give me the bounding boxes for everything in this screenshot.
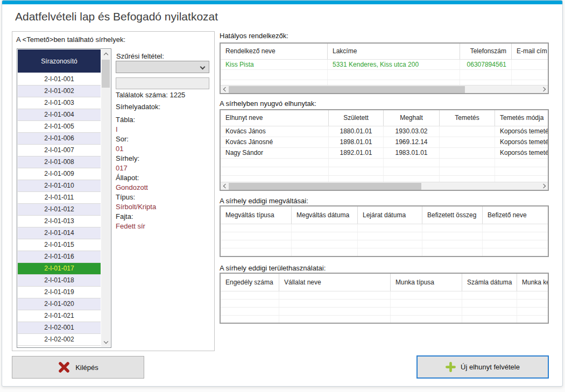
table-cell[interactable] bbox=[391, 308, 462, 315]
horizontal-scrollbar[interactable] bbox=[221, 85, 548, 93]
table-cell[interactable] bbox=[221, 70, 328, 80]
list-item[interactable]: 2-I-01-012 bbox=[18, 204, 101, 216]
list-item[interactable]: 2-I-01-013 bbox=[18, 216, 101, 227]
scroll-thumb[interactable] bbox=[229, 86, 465, 93]
table-cell[interactable] bbox=[221, 248, 292, 256]
column-header[interactable]: Vállalat neve bbox=[279, 274, 391, 291]
table-cell[interactable] bbox=[329, 167, 384, 175]
table-cell[interactable]: Koporsós temetés bbox=[495, 137, 548, 147]
table-cell[interactable] bbox=[440, 159, 495, 167]
filter-dropdown[interactable] bbox=[116, 61, 209, 73]
table-cell[interactable] bbox=[422, 248, 483, 256]
table-cell[interactable] bbox=[483, 240, 548, 248]
table-row[interactable] bbox=[221, 224, 548, 232]
list-item[interactable]: 2-I-01-018 bbox=[18, 275, 101, 287]
column-header[interactable]: E-mail cím bbox=[512, 44, 548, 59]
list-item[interactable]: 2-I-01-021 bbox=[18, 310, 101, 322]
table-cell[interactable] bbox=[221, 240, 292, 248]
list-item[interactable]: 2-I-01-016 bbox=[18, 251, 101, 263]
list-item[interactable]: 2-I-01-003 bbox=[18, 97, 101, 109]
table-row[interactable] bbox=[221, 316, 548, 324]
column-header[interactable]: Megváltás dátuma bbox=[292, 206, 358, 224]
table-cell[interactable]: Kovács Jánosné bbox=[221, 137, 329, 147]
table-cell[interactable] bbox=[384, 167, 440, 175]
table-row[interactable] bbox=[221, 240, 548, 248]
table-cell[interactable] bbox=[329, 159, 384, 167]
column-header[interactable]: Rendelkező neve bbox=[221, 44, 328, 59]
list-item[interactable]: 2-I-01-008 bbox=[18, 156, 101, 168]
scroll-left-arrow-icon[interactable] bbox=[221, 182, 229, 190]
table-cell[interactable] bbox=[462, 300, 517, 307]
column-header[interactable]: Lakcíme bbox=[328, 44, 460, 59]
scroll-right-arrow-icon[interactable] bbox=[540, 85, 548, 94]
list-item[interactable]: 2-I-01-014 bbox=[18, 227, 101, 239]
column-header[interactable]: Befizető neve bbox=[483, 206, 548, 224]
list-item[interactable]: 2-I-01-002 bbox=[18, 85, 101, 97]
table-cell[interactable]: 1880.01.01 bbox=[329, 126, 384, 137]
table-cell[interactable] bbox=[221, 291, 279, 299]
table-cell[interactable] bbox=[422, 232, 483, 240]
table-row[interactable] bbox=[221, 248, 548, 256]
column-header[interactable]: Munka típusa bbox=[391, 274, 462, 291]
filter-input[interactable] bbox=[116, 77, 209, 89]
table-cell[interactable]: 1930.03.02 bbox=[384, 126, 440, 137]
list-item[interactable]: 2-I-01-004 bbox=[18, 109, 101, 121]
table-cell[interactable] bbox=[483, 232, 548, 240]
table-cell[interactable]: 1898.01.01 bbox=[329, 137, 384, 147]
table-cell[interactable] bbox=[221, 224, 292, 232]
table-cell[interactable]: 06307894561 bbox=[460, 60, 512, 69]
table-cell[interactable] bbox=[483, 224, 548, 232]
table-cell[interactable] bbox=[422, 224, 483, 232]
add-deceased-button[interactable]: Új elhunyt felvétele bbox=[416, 355, 549, 379]
table-cell[interactable] bbox=[221, 232, 292, 240]
column-header[interactable]: Számla dátuma bbox=[462, 274, 517, 291]
table-cell[interactable]: Nagy Sándor bbox=[221, 148, 329, 158]
table-cell[interactable] bbox=[517, 300, 549, 307]
list-item[interactable]: 2-I-01-015 bbox=[18, 239, 101, 251]
table-cell[interactable] bbox=[517, 291, 549, 299]
table-cell[interactable] bbox=[512, 60, 548, 69]
table-cell[interactable] bbox=[292, 248, 358, 256]
table-cell[interactable]: Koporsós temetés bbox=[495, 148, 548, 158]
column-header[interactable]: Lejárat dátuma bbox=[358, 206, 422, 224]
list-item[interactable]: 2-I-01-005 bbox=[18, 121, 101, 133]
table-row[interactable] bbox=[221, 159, 548, 167]
table-row[interactable] bbox=[221, 291, 548, 300]
table-cell[interactable] bbox=[391, 291, 462, 299]
table-cell[interactable] bbox=[279, 291, 391, 299]
table-row[interactable]: Kiss Pista5331 Kenderes, Kiss utca 20006… bbox=[221, 60, 548, 70]
list-item[interactable]: 2-I-01-009 bbox=[18, 168, 101, 180]
table-cell[interactable]: Kiss Pista bbox=[221, 60, 328, 69]
table-cell[interactable] bbox=[221, 308, 279, 315]
table-cell[interactable] bbox=[391, 300, 462, 307]
table-cell[interactable] bbox=[517, 316, 549, 323]
table-cell[interactable] bbox=[292, 224, 358, 232]
column-header[interactable]: Munka kezdete bbox=[517, 274, 549, 291]
table-row[interactable] bbox=[221, 232, 548, 240]
table-row[interactable]: Kovács Jánosné1898.01.011969.12.14Kopors… bbox=[221, 137, 548, 148]
column-header[interactable]: Temetés bbox=[440, 110, 495, 126]
horizontal-scrollbar[interactable] bbox=[221, 182, 548, 190]
table-row[interactable] bbox=[221, 308, 548, 316]
table-cell[interactable] bbox=[221, 167, 329, 175]
table-cell[interactable] bbox=[495, 167, 548, 175]
scroll-down-arrow-icon[interactable] bbox=[101, 338, 110, 347]
table-cell[interactable] bbox=[279, 308, 391, 315]
column-header[interactable]: Telefonszám bbox=[460, 44, 512, 59]
table-cell[interactable] bbox=[517, 308, 549, 315]
table-cell[interactable] bbox=[384, 159, 440, 167]
table-cell[interactable] bbox=[462, 291, 517, 299]
vertical-scrollbar[interactable] bbox=[101, 49, 110, 347]
table-cell[interactable]: Kovács János bbox=[221, 126, 329, 137]
scroll-track[interactable] bbox=[229, 182, 540, 190]
table-cell[interactable] bbox=[358, 232, 422, 240]
scroll-track[interactable] bbox=[229, 85, 540, 94]
table-cell[interactable] bbox=[440, 148, 495, 158]
table-cell[interactable] bbox=[483, 248, 548, 256]
scroll-up-arrow-icon[interactable] bbox=[101, 49, 110, 59]
list-item[interactable]: 2-I-02-002 bbox=[18, 334, 101, 346]
table-cell[interactable] bbox=[391, 316, 462, 323]
table-row[interactable] bbox=[221, 70, 548, 80]
table-cell[interactable] bbox=[512, 70, 548, 80]
grave-list-column-header[interactable]: Sírazonosító bbox=[18, 49, 101, 73]
